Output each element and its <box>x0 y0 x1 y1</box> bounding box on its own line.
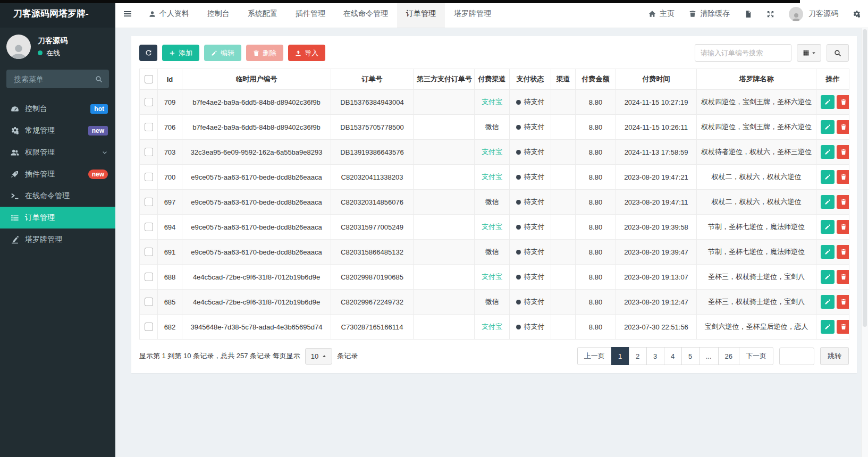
row-edit-button[interactable] <box>821 120 835 134</box>
page-button-prev[interactable]: 上一页 <box>577 347 612 365</box>
row-delete-button[interactable] <box>837 95 849 109</box>
row-delete-button[interactable] <box>837 170 849 184</box>
cell-third-party-no <box>414 290 475 315</box>
columns-dropdown-button[interactable] <box>797 44 821 62</box>
refresh-button[interactable] <box>139 45 157 61</box>
row-checkbox[interactable] <box>145 273 153 281</box>
app-root: 刀客源码网塔罗牌- 刀客源码 在线 控制台 hot 常规管理 new <box>0 0 868 457</box>
search-button[interactable] <box>827 44 849 62</box>
cell-pay-time: 2023-08-20 19:47:21 <box>616 165 697 190</box>
tab-addon[interactable]: 插件管理 <box>286 0 334 28</box>
tab-tarot[interactable]: 塔罗牌管理 <box>445 0 500 28</box>
row-checkbox[interactable] <box>145 323 153 331</box>
page-button-2[interactable]: 2 <box>629 347 647 365</box>
table-row: 682 3945648e-7d38-5c78-adad-4e3b65695d74… <box>140 315 849 340</box>
sidebar-item-command[interactable]: 在线命令管理 <box>0 185 115 207</box>
column-header[interactable]: 支付状态 <box>510 69 551 90</box>
row-delete-button[interactable] <box>837 120 849 134</box>
row-delete-button[interactable] <box>837 195 849 209</box>
row-delete-button[interactable] <box>837 245 849 259</box>
sidebar-item-auth[interactable]: 权限管理 <box>0 141 115 163</box>
tab-profile[interactable]: 个人资料 <box>140 0 198 28</box>
row-checkbox[interactable] <box>145 223 153 231</box>
sidebar-item-order[interactable]: 订单管理 <box>0 207 115 228</box>
cell-order-no: C820299672249732 <box>331 290 414 315</box>
add-button[interactable]: 添加 <box>162 45 199 61</box>
page-button-1[interactable]: 1 <box>611 347 629 365</box>
home-link[interactable]: 主页 <box>648 9 675 19</box>
scrollbar-thumb[interactable] <box>863 29 867 327</box>
edit-button[interactable]: 编辑 <box>204 45 241 61</box>
row-edit-button[interactable] <box>821 95 835 109</box>
sidebar-item-general[interactable]: 常规管理 new <box>0 120 115 141</box>
tab-command[interactable]: 在线命令管理 <box>334 0 397 28</box>
row-checkbox[interactable] <box>145 98 153 106</box>
row-checkbox[interactable] <box>145 148 153 156</box>
row-checkbox[interactable] <box>145 123 153 131</box>
tab-console[interactable]: 控制台 <box>198 0 239 28</box>
menu-search-input[interactable] <box>13 74 95 84</box>
row-edit-button[interactable] <box>821 145 835 159</box>
tab-config[interactable]: 系统配置 <box>239 0 286 28</box>
tab-order[interactable]: 订单管理 <box>397 0 445 28</box>
import-button[interactable]: 导入 <box>288 45 325 61</box>
row-checkbox[interactable] <box>145 248 153 256</box>
sidebar-item-console[interactable]: 控制台 hot <box>0 98 115 120</box>
table-row: 697 e9ce0575-aa63-6170-bede-dcd8b26eaaca… <box>140 190 849 215</box>
trash-icon <box>840 249 847 255</box>
row-edit-button[interactable] <box>821 220 835 234</box>
row-checkbox[interactable] <box>145 198 153 206</box>
row-edit-button[interactable] <box>821 195 835 209</box>
row-checkbox[interactable] <box>145 173 153 181</box>
row-edit-button[interactable] <box>821 295 835 309</box>
column-header[interactable]: 临时用户编号 <box>182 69 331 90</box>
user-menu[interactable]: 刀客源码 <box>789 7 838 21</box>
page-button-next[interactable]: 下一页 <box>739 347 773 365</box>
column-header[interactable]: 付费渠道 <box>475 69 510 90</box>
row-edit-button[interactable] <box>821 270 835 284</box>
page-jump-input[interactable] <box>779 348 814 365</box>
page-button-4[interactable]: 4 <box>664 347 682 365</box>
row-delete-button[interactable] <box>837 320 849 334</box>
sidebar-item-tarot[interactable]: 塔罗牌管理 <box>0 228 115 250</box>
column-header[interactable]: 渠道 <box>551 69 576 90</box>
column-header[interactable]: Id <box>158 69 182 90</box>
row-delete-button[interactable] <box>837 270 849 284</box>
column-header[interactable]: 付费时间 <box>616 69 697 90</box>
page-size-dropdown[interactable]: 10 <box>305 348 332 365</box>
row-delete-button[interactable] <box>837 145 849 159</box>
column-header[interactable]: 第三方支付订单号 <box>414 69 475 90</box>
cell-amount: 8.80 <box>576 90 616 115</box>
page-button-ellipsis[interactable]: ... <box>699 347 719 365</box>
online-status-label: 在线 <box>46 48 60 58</box>
select-all-checkbox[interactable] <box>145 75 153 83</box>
row-delete-button[interactable] <box>837 220 849 234</box>
delete-button[interactable]: 删除 <box>246 45 283 61</box>
sidebar-toggle-button[interactable] <box>115 0 140 28</box>
page-button-26[interactable]: 26 <box>718 347 739 365</box>
scrollbar[interactable] <box>861 28 868 457</box>
document-icon[interactable] <box>744 10 752 18</box>
order-search-input[interactable] <box>695 44 791 62</box>
page-button-5[interactable]: 5 <box>681 347 700 365</box>
avatar[interactable] <box>6 35 31 59</box>
column-header[interactable]: 塔罗牌名称 <box>697 69 816 90</box>
row-delete-button[interactable] <box>837 295 849 309</box>
sidebar-item-addon[interactable]: 插件管理 new <box>0 163 115 185</box>
column-header[interactable]: 付费金额 <box>576 69 616 90</box>
row-edit-button[interactable] <box>821 245 835 259</box>
cell-user-no: e9ce0575-aa63-6170-bede-dcd8b26eaaca <box>182 240 331 265</box>
row-edit-button[interactable] <box>821 320 835 334</box>
row-checkbox[interactable] <box>145 298 153 306</box>
cogs-icon[interactable] <box>853 10 861 18</box>
column-header[interactable]: 订单号 <box>331 69 414 90</box>
row-edit-button[interactable] <box>821 170 835 184</box>
page-button-3[interactable]: 3 <box>646 347 664 365</box>
column-header[interactable]: 操作 <box>816 69 849 90</box>
expand-icon[interactable] <box>766 10 774 18</box>
cell-amount: 8.80 <box>576 215 616 240</box>
page-jump-button[interactable]: 跳转 <box>820 347 849 365</box>
clear-cache-link[interactable]: 清除缓存 <box>689 9 730 19</box>
search-icon[interactable] <box>95 75 103 83</box>
cell-third-party-no <box>414 190 475 215</box>
